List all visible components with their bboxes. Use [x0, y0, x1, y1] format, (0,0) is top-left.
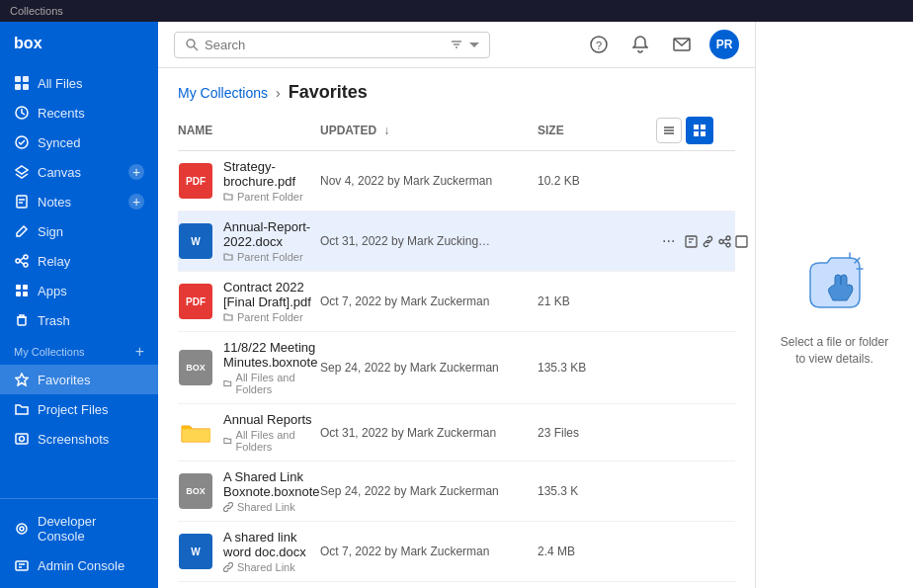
sidebar-item-synced[interactable]: Synced	[0, 127, 158, 157]
share-action-button[interactable]	[718, 228, 731, 254]
grid-view-button[interactable]	[686, 117, 713, 144]
table-row[interactable]: PDF Strategy-brochure.pdf Parent Folder …	[178, 151, 735, 211]
sidebar-item-admin-console[interactable]: Admin Console	[0, 550, 158, 580]
sidebar-item-trash[interactable]: Trash	[0, 305, 158, 335]
main-content: ? PR My Collections › Favorites NAME	[158, 22, 755, 588]
svg-line-30	[194, 46, 198, 50]
collections-section-label: My Collections +	[0, 335, 158, 365]
file-icon-wrapper: W	[178, 223, 213, 259]
svg-rect-8	[17, 196, 27, 208]
svg-text:box: box	[14, 34, 42, 51]
help-button[interactable]: ?	[585, 31, 613, 58]
sidebar-item-notes[interactable]: Notes +	[0, 187, 158, 216]
breadcrumb-separator: ›	[276, 85, 281, 101]
file-name: Contract 2022 [Final Draft].pdf	[223, 280, 320, 309]
file-name: Strategy-brochure.pdf	[223, 159, 320, 189]
share-link-action-button[interactable]	[702, 228, 714, 254]
sidebar-item-favorites[interactable]: Favorites	[0, 365, 158, 394]
sidebar-item-sign[interactable]: Sign	[0, 216, 158, 246]
sidebar-item-all-files[interactable]: All Files	[0, 68, 158, 98]
sidebar-item-project-files[interactable]: Project Files	[0, 394, 158, 424]
sidebar-item-label: Apps	[38, 284, 67, 298]
apps-icon	[14, 283, 30, 298]
sidebar-item-label: Synced	[38, 135, 80, 150]
pdf-icon: PDF	[179, 163, 212, 199]
sidebar-item-relay[interactable]: Relay	[0, 246, 158, 276]
sidebar-item-label: Relay	[38, 254, 70, 269]
sidebar-item-recents[interactable]: Recents	[0, 98, 158, 127]
sidebar-item-screenshots[interactable]: Screenshots	[0, 424, 158, 454]
svg-rect-4	[23, 84, 29, 90]
svg-rect-53	[736, 236, 747, 247]
column-updated[interactable]: UPDATED ↓	[320, 124, 538, 137]
check-circle-icon	[14, 134, 30, 150]
sidebar-item-developer-console[interactable]: Developer Console	[0, 507, 158, 550]
sidebar-bottom: Developer Console Admin Console	[0, 498, 158, 588]
file-icon-wrapper: BOX	[178, 350, 213, 385]
file-rows: PDF Strategy-brochure.pdf Parent Folder …	[178, 151, 735, 588]
file-sub: All Files and Folders	[223, 429, 320, 453]
svg-point-23	[20, 437, 25, 442]
svg-rect-20	[18, 317, 26, 325]
avatar[interactable]: PR	[709, 30, 739, 59]
breadcrumb-parent[interactable]: My Collections	[178, 85, 268, 101]
search-input[interactable]	[205, 38, 444, 52]
svg-rect-3	[15, 84, 21, 90]
svg-rect-43	[694, 131, 699, 136]
file-size: 21 KB	[538, 294, 656, 308]
filter-icon[interactable]	[450, 38, 463, 51]
logo[interactable]: box	[0, 22, 158, 64]
app-title: Collections	[10, 5, 63, 17]
search-box[interactable]	[174, 32, 490, 58]
file-size: 10.2 KB	[538, 174, 656, 188]
chevron-down-icon[interactable]	[469, 40, 479, 49]
collections-add-button[interactable]: +	[135, 343, 144, 361]
file-icon-wrapper: BOX	[178, 473, 213, 509]
sidebar-item-apps[interactable]: Apps	[0, 276, 158, 305]
folder-icon	[179, 418, 212, 448]
column-size: SIZE	[538, 124, 656, 137]
svg-point-25	[20, 527, 24, 531]
svg-rect-22	[16, 434, 28, 444]
file-info: 11/8/22 Meeting Minutes.boxnote All File…	[223, 340, 320, 395]
table-row[interactable]: BOX 11/8/22 Meeting Minutes.boxnote All …	[178, 332, 735, 404]
file-updated: Nov 4, 2022 by Mark Zuckerman	[320, 174, 538, 188]
svg-point-13	[24, 263, 28, 267]
more-options-button[interactable]: ···	[656, 230, 681, 252]
pdf-icon: PDF	[179, 284, 212, 319]
breadcrumb-current: Favorites	[289, 82, 368, 103]
boxnote-icon: BOX	[179, 350, 212, 385]
select-action-button[interactable]	[735, 228, 748, 254]
select-check[interactable]	[678, 478, 704, 504]
sidebar-item-label: Favorites	[38, 373, 90, 387]
table-row[interactable]: Shared Link Folder Shared Link Oct 31, 2…	[178, 582, 735, 588]
list-view-button[interactable]	[656, 118, 682, 143]
file-sub: Parent Folder	[223, 311, 320, 323]
header: ? PR	[158, 22, 755, 68]
table-row[interactable]: W A shared link word doc.docx Shared Lin…	[178, 522, 735, 582]
table-row[interactable]: W Annual-Report-2022.docx Parent Folder …	[178, 211, 735, 272]
file-name: Annual-Report-2022.docx	[223, 219, 320, 249]
notes-add-button[interactable]: +	[128, 194, 144, 210]
sidebar-item-label: Trash	[38, 313, 70, 328]
table-row[interactable]: Annual Reports All Files and Folders Oct…	[178, 404, 735, 462]
sidebar-item-label: Canvas	[38, 165, 81, 180]
table-row[interactable]: BOX A Shared Link Boxnote.boxnote Shared…	[178, 462, 735, 522]
file-name: A Shared Link Boxnote.boxnote	[223, 469, 320, 499]
file-size: 2.4 MB	[538, 545, 656, 558]
right-panel: Select a file or folder to view details.	[755, 22, 913, 588]
file-sub: Parent Folder	[223, 251, 320, 263]
file-info: A shared link word doc.docx Shared Link	[223, 530, 320, 573]
svg-point-49	[719, 239, 723, 243]
table-row[interactable]: PDF Contract 2022 [Final Draft].pdf Pare…	[178, 272, 735, 332]
sidebar-item-canvas[interactable]: Canvas +	[0, 157, 158, 187]
star-icon	[14, 372, 30, 387]
svg-rect-19	[23, 292, 28, 296]
relay-icon	[14, 253, 30, 269]
preview-action-button[interactable]	[685, 228, 698, 254]
notifications-button[interactable]	[626, 31, 654, 58]
row-actions: ···	[656, 228, 735, 254]
file-sub: Shared Link	[223, 561, 320, 573]
canvas-add-button[interactable]: +	[128, 164, 144, 180]
mail-button[interactable]	[668, 31, 696, 58]
